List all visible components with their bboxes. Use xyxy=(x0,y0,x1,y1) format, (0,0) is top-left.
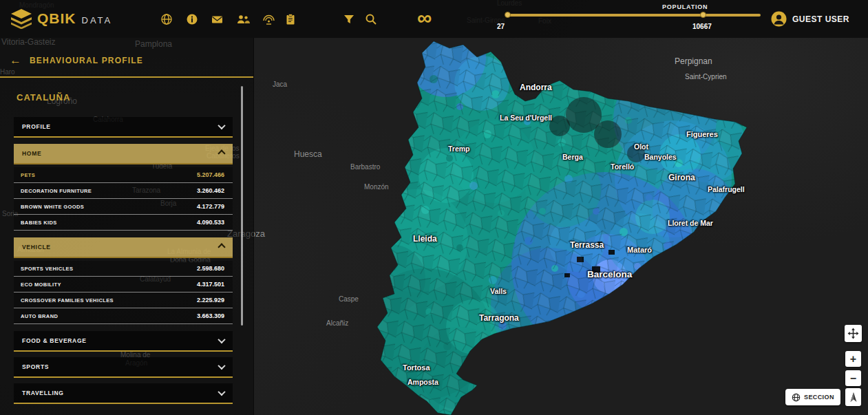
sidebar-panel: ← BEHAVIOURAL PROFILE CATALUÑA PROFILE H… xyxy=(0,38,254,415)
chevron-down-icon xyxy=(218,362,225,370)
compass-needle-icon xyxy=(849,392,858,403)
section-label: SPORTS xyxy=(22,363,49,370)
item-label: PETS xyxy=(21,172,35,178)
back-icon[interactable]: ← xyxy=(10,54,21,66)
list-item-pets[interactable]: PETS 5.207.466 xyxy=(14,167,233,183)
filter-icon[interactable] xyxy=(342,12,356,26)
list-item-eco-mobility[interactable]: ECO MOBILITY 4.317.501 xyxy=(14,277,233,292)
clipboard-icon[interactable] xyxy=(284,12,297,26)
pan-button[interactable] xyxy=(845,325,862,342)
infinity-logo-icon: ∞ xyxy=(417,6,432,30)
item-value: 4.317.501 xyxy=(197,281,224,288)
population-slider-handle-max[interactable] xyxy=(700,12,706,18)
item-value: 4.172.779 xyxy=(197,203,224,210)
layers-logo-icon xyxy=(10,8,33,29)
section-header-travelling[interactable]: TRAVELLING xyxy=(14,383,233,404)
item-label: AUTO BRAND xyxy=(21,313,58,319)
zoom-out-button[interactable]: − xyxy=(845,370,861,386)
section-label: VEHICLE xyxy=(22,244,51,251)
item-value: 3.663.309 xyxy=(197,312,224,319)
seccion-label: SECCION xyxy=(804,394,834,401)
item-label: BABIES KIDS xyxy=(21,220,57,226)
item-label: SPORTS VEHICLES xyxy=(21,266,73,272)
item-label: DECORATION FURNITURE xyxy=(21,188,92,194)
profile-label: PROFILE xyxy=(22,123,51,130)
population-max-value: 10667 xyxy=(692,23,712,30)
globe-icon[interactable] xyxy=(160,12,173,26)
section-header-home[interactable]: HOME xyxy=(14,144,233,164)
item-label: BROWN WHITE GOODS xyxy=(21,204,84,210)
chevron-down-icon xyxy=(218,388,225,396)
user-label: GUEST USER xyxy=(792,14,849,24)
sidebar-scrollbar[interactable] xyxy=(241,86,243,326)
item-value: 5.207.466 xyxy=(197,171,224,178)
region-title: CATALUÑA xyxy=(17,92,70,103)
info-icon[interactable] xyxy=(185,12,199,26)
population-label: POPULATION xyxy=(662,3,708,10)
chevron-down-icon xyxy=(218,122,225,129)
list-item-auto-brand[interactable]: AUTO BRAND 3.663.309 xyxy=(14,308,233,324)
title-underline xyxy=(0,76,253,78)
list-item-babies-kids[interactable]: BABIES KIDS 4.090.533 xyxy=(14,215,233,231)
section-label: HOME xyxy=(22,150,41,157)
choropleth-regions xyxy=(253,38,868,415)
list-item-brown-white-goods[interactable]: BROWN WHITE GOODS 4.172.779 xyxy=(14,199,233,215)
list-item-crossover-families-vehicles[interactable]: CROSSOVER FAMILIES VEHICLES 2.225.929 xyxy=(14,292,233,308)
item-value: 2.225.929 xyxy=(197,297,224,304)
section-label: FOOD & BEVERAGE xyxy=(22,337,87,344)
chevron-up-icon xyxy=(218,149,225,157)
item-label: CROSSOVER FAMILIES VEHICLES xyxy=(21,297,114,304)
item-value: 2.598.680 xyxy=(197,265,224,272)
compass-button[interactable] xyxy=(845,388,861,406)
avatar-icon xyxy=(771,11,787,27)
item-label: ECO MOBILITY xyxy=(21,281,61,288)
mail-icon[interactable] xyxy=(210,12,224,26)
list-item-sports-vehicles[interactable]: SPORTS VEHICLES 2.598.680 xyxy=(14,261,233,277)
section-label: TRAVELLING xyxy=(22,390,64,396)
profile-dropdown[interactable]: PROFILE xyxy=(14,117,233,138)
item-value: 4.090.533 xyxy=(197,219,224,226)
section-header-food-beverage[interactable]: FOOD & BEVERAGE xyxy=(14,331,233,352)
team-icon[interactable] xyxy=(236,12,250,26)
globe-icon xyxy=(792,393,801,402)
chevron-down-icon xyxy=(218,336,225,343)
move-icon xyxy=(847,328,859,339)
item-value: 3.260.462 xyxy=(197,187,224,194)
panel-header: ← BEHAVIOURAL PROFILE xyxy=(10,54,143,66)
user-menu[interactable]: GUEST USER xyxy=(771,11,849,27)
app-screen: MondragónLourdesSaint-GironsFoixVitoria-… xyxy=(0,0,868,415)
population-slider[interactable] xyxy=(506,14,761,17)
section-header-vehicle[interactable]: VEHICLE xyxy=(14,237,233,258)
list-item-decoration-furniture[interactable]: DECORATION FURNITURE 3.260.462 xyxy=(14,183,233,199)
population-slider-handle-min[interactable] xyxy=(505,12,511,18)
zoom-in-button[interactable]: + xyxy=(845,351,861,367)
chevron-up-icon xyxy=(218,243,225,251)
signal-icon[interactable] xyxy=(262,12,275,26)
brand-suffix: DATA xyxy=(82,15,113,25)
search-icon[interactable] xyxy=(364,12,378,26)
choropleth-map[interactable] xyxy=(253,38,868,415)
brand-name: QBIK xyxy=(37,10,76,27)
topbar: QBIK DATA xyxy=(0,0,868,38)
panel-title: BEHAVIOURAL PROFILE xyxy=(30,56,143,65)
seccion-button[interactable]: SECCION xyxy=(785,389,840,405)
section-header-sports[interactable]: SPORTS xyxy=(14,357,233,378)
brand-logo: QBIK DATA xyxy=(10,8,112,29)
population-min-value: 27 xyxy=(497,23,505,30)
